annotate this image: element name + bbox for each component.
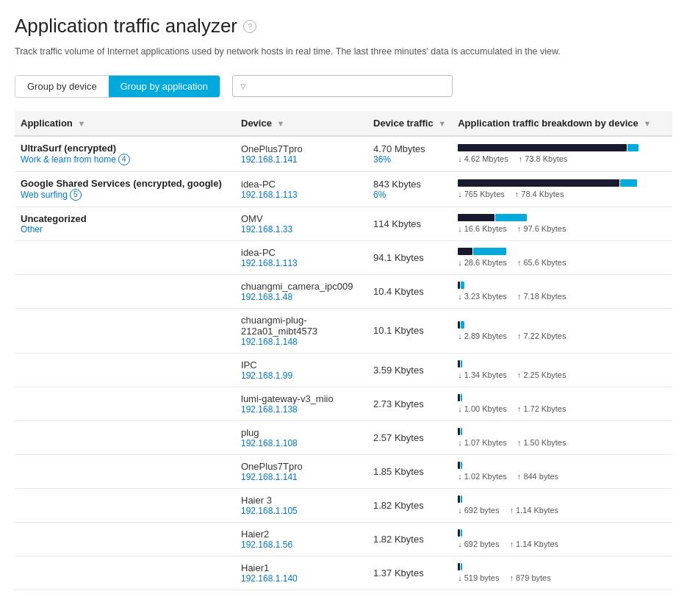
device-ip: 192.168.1.56: [241, 540, 362, 550]
filter-icon: ▿: [240, 79, 246, 93]
bar-section: ↓ 1.02 Kbytes↑ 844 bytes: [458, 462, 666, 481]
group-by-device-button[interactable]: Group by device: [15, 76, 109, 97]
filter-input[interactable]: [252, 81, 445, 92]
bars-row: [458, 144, 641, 151]
device-name: OMV: [241, 213, 362, 224]
traffic-labels: ↓ 1.07 Kbytes↑ 1.50 Kbytes: [458, 438, 666, 447]
upload-bar: [461, 563, 463, 570]
device-cell: idea-PC192.168.1.113: [235, 171, 367, 207]
page-title: Application traffic analyzer ?: [15, 15, 672, 37]
device-ip: 192.168.1.113: [241, 258, 362, 268]
bars-row: [458, 321, 641, 329]
traffic-cell: 2.73 Kbytes: [367, 387, 452, 420]
upload-label: ↑ 97.6 Kbytes: [517, 224, 566, 233]
download-bar: [458, 563, 460, 570]
device-cell: OMV192.168.1.33: [235, 207, 367, 240]
bar-section: ↓ 1.34 Kbytes↑ 2.25 Kbytes: [458, 360, 666, 379]
breakdown-cell: ↓ 765 Kbytes↑ 78.4 Kbytes: [452, 171, 672, 207]
download-label: ↓ 16.6 Kbytes: [458, 224, 507, 233]
device-name: lumi-gateway-v3_miio: [241, 393, 362, 404]
group-by-application-button[interactable]: Group by application: [109, 76, 220, 97]
download-bar: [458, 321, 460, 329]
traffic-cell: 2.57 Kbytes: [367, 420, 452, 454]
traffic-value: 1.37 Kbytes: [373, 567, 446, 579]
sort-arrow-breakdown: ▼: [643, 119, 651, 128]
download-bar: [458, 282, 460, 289]
traffic-value: 3.59 Kbytes: [373, 365, 446, 376]
traffic-pct: 6%: [373, 190, 446, 200]
app-category: Other: [21, 224, 229, 234]
device-name: idea-PC: [241, 179, 362, 190]
download-label: ↓ 1.02 Kbytes: [458, 472, 507, 481]
traffic-cell: 1.85 Kbytes: [367, 454, 452, 488]
sort-arrow-app: ▼: [77, 119, 85, 128]
traffic-value: 843 Kbytes: [373, 179, 446, 190]
table-row: plug192.168.1.1082.57 Kbytes↓ 1.07 Kbyte…: [15, 420, 672, 454]
download-label: ↓ 1.34 Kbytes: [458, 370, 507, 379]
download-label: ↓ 2.89 Kbytes: [458, 332, 507, 340]
bars-row: [458, 563, 641, 570]
app-name: Google Shared Services (encrypted, googl…: [21, 178, 229, 189]
app-cell: [15, 488, 235, 522]
breakdown-cell: ↓ 4.62 Mbytes↑ 73.8 Kbytes: [452, 136, 672, 172]
upload-label: ↑ 7.22 Kbytes: [517, 332, 566, 340]
table-row: Haier1192.168.1.1401.37 Kbytes↓ 519 byte…: [15, 556, 672, 590]
bar-section: ↓ 519 bytes↑ 879 bytes: [458, 563, 666, 582]
col-header-application[interactable]: Application ▼: [15, 111, 235, 136]
app-cell: [15, 240, 235, 274]
sort-arrow-traffic: ▼: [438, 119, 446, 128]
traffic-cell: 1.82 Kbytes: [367, 522, 452, 556]
bars-row: [458, 529, 641, 537]
app-cell: [15, 420, 235, 454]
bar-section: ↓ 692 bytes↑ 1.14 Kbytes: [458, 529, 666, 548]
device-ip: 192.168.1.48: [241, 292, 362, 302]
download-label: ↓ 28.6 Kbytes: [458, 258, 507, 267]
upload-label: ↑ 844 bytes: [517, 472, 558, 481]
device-name: chuangmi-plug-212a01_mibt4573: [241, 315, 362, 337]
app-cell: [15, 522, 235, 556]
device-cell: plug192.168.1.108: [235, 420, 367, 454]
device-cell: Haier1192.168.1.140: [235, 556, 367, 590]
device-cell: IPC192.168.1.99: [235, 353, 367, 387]
traffic-value: 10.4 Kbytes: [373, 286, 446, 297]
traffic-labels: ↓ 1.00 Kbytes↑ 1.72 Kbytes: [458, 404, 666, 413]
app-cell: [15, 556, 235, 590]
table-row: UncategorizedOtherOMV192.168.1.33114 Kby…: [15, 207, 672, 240]
traffic-value: 2.73 Kbytes: [373, 398, 446, 409]
breakdown-cell: ↓ 519 bytes↑ 879 bytes: [452, 556, 672, 590]
breakdown-cell: ↓ 692 bytes↑ 1.14 Kbytes: [452, 488, 672, 522]
breakdown-cell: ↓ 2.89 Kbytes↑ 7.22 Kbytes: [452, 308, 672, 353]
device-cell: Haier 3192.168.1.105: [235, 488, 367, 522]
bars-row: [458, 462, 641, 469]
upload-bar: [461, 428, 463, 435]
col-header-traffic[interactable]: Device traffic ▼: [367, 111, 452, 136]
upload-bar: [461, 360, 463, 368]
table-row: lumi-gateway-v3_miio192.168.1.1382.73 Kb…: [15, 387, 672, 420]
sort-arrow-device: ▼: [277, 119, 285, 128]
upload-label: ↑ 7.18 Kbytes: [517, 292, 566, 301]
app-category: Web surfing5: [21, 189, 229, 201]
device-name: Haier 3: [241, 495, 362, 506]
bars-row: [458, 282, 641, 289]
table-row: Haier2192.168.1.561.82 Kbytes↓ 692 bytes…: [15, 522, 672, 556]
device-ip: 192.168.1.148: [241, 337, 362, 347]
download-bar: [458, 394, 460, 401]
table-row: Haier 3192.168.1.1051.82 Kbytes↓ 692 byt…: [15, 488, 672, 522]
traffic-labels: ↓ 28.6 Kbytes↑ 65.6 Kbytes: [458, 258, 666, 267]
download-label: ↓ 1.00 Kbytes: [458, 404, 507, 413]
app-cell: [15, 353, 235, 387]
breakdown-cell: ↓ 1.02 Kbytes↑ 844 bytes: [452, 454, 672, 488]
traffic-value: 1.85 Kbytes: [373, 466, 446, 477]
device-ip: 192.168.1.140: [241, 573, 362, 584]
col-header-breakdown[interactable]: Application traffic breakdown by device …: [452, 111, 672, 136]
download-label: ↓ 692 bytes: [458, 540, 499, 548]
upload-label: ↑ 73.8 Kbytes: [519, 154, 568, 163]
bars-row: [458, 360, 641, 368]
traffic-labels: ↓ 519 bytes↑ 879 bytes: [458, 573, 666, 582]
download-label: ↓ 1.07 Kbytes: [458, 438, 507, 447]
device-ip: 192.168.1.108: [241, 438, 362, 448]
traffic-value: 2.57 Kbytes: [373, 432, 446, 443]
help-icon[interactable]: ?: [243, 20, 256, 33]
upload-bar: [620, 179, 637, 187]
col-header-device[interactable]: Device ▼: [235, 111, 367, 136]
